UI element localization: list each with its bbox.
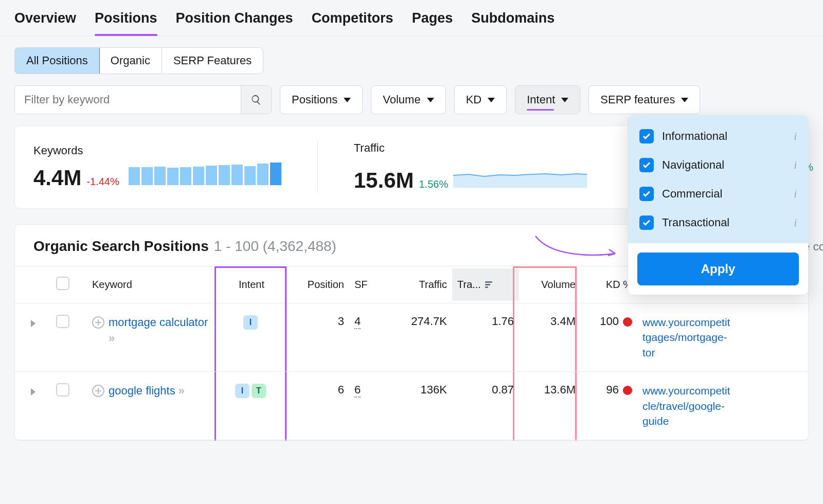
intent-option-informational[interactable]: Informational i [628,122,808,151]
divider [317,141,318,193]
intent-option-label: Transactional [662,216,729,229]
metric-value: 15.6M [354,168,414,193]
checkbox-checked-icon [639,129,654,143]
kd-difficulty-dot [623,386,632,395]
cell-traffic: 136K [380,372,452,408]
annotation-arrow [530,231,623,264]
select-all-checkbox[interactable] [56,277,69,290]
subtab-all-positions[interactable]: All Positions [14,47,100,74]
cell-kd: 96 [581,372,637,408]
intent-badge: I [235,384,249,398]
url-link[interactable]: www.yourcompetittgages/mortgage-tor [637,303,808,371]
cell-volume: 3.4M [519,303,581,339]
apply-button[interactable]: Apply [637,253,799,285]
filter-intent[interactable]: Intent [515,85,580,114]
intent-option-label: Informational [662,130,727,143]
info-icon[interactable]: i [794,131,797,142]
subtab-serp-features[interactable]: SERP Features [162,48,263,74]
intent-option-label: Navigational [662,158,724,172]
keyword-search-combo [14,85,272,114]
keyword-search-input[interactable] [15,86,241,114]
search-button[interactable] [241,86,271,114]
intent-option-navigational[interactable]: Navigational i [628,151,808,179]
cell-traffic: 274.7K [380,303,452,339]
cell-kd: 100 [581,303,637,339]
cell-position: 6 [288,372,349,408]
info-icon[interactable]: i [794,159,797,171]
cell-position: 3 [288,303,349,339]
metric-label: Keywords [33,144,281,157]
primary-tabs: Overview Positions Position Changes Comp… [0,0,823,36]
keyword-link[interactable]: mortgage calculator » [109,315,210,347]
col-position[interactable]: Position [288,268,349,301]
metric-value: 4.4M [33,166,81,190]
checkbox-checked-icon [639,215,654,230]
chevron-down-icon [488,98,495,102]
table-row: mortgage calculator »I34274.7K1.763.4M10… [15,303,808,372]
intent-option-commercial[interactable]: Commercial i [628,179,808,208]
tab-pages[interactable]: Pages [412,10,453,35]
filter-volume[interactable]: Volume [371,85,445,114]
search-icon [251,94,262,105]
col-traffic-pct[interactable]: Tra... [452,268,519,301]
metric-delta: 1.56% [419,178,448,190]
metric-delta: -1.44% [86,176,119,188]
filter-bar: Positions Volume KD Intent SERP features… [0,74,823,125]
expand-row-icon[interactable] [31,320,35,327]
filter-positions[interactable]: Positions [280,85,363,114]
filter-serp-features[interactable]: SERP features [588,85,700,114]
open-icon: » [178,384,183,397]
tab-subdomains[interactable]: Subdomains [471,10,554,35]
chevron-down-icon [344,98,351,102]
cell-volume: 13.6M [519,372,581,408]
tab-position-changes[interactable]: Position Changes [176,10,293,35]
table-row: google flights »IT66136K0.8713.6M96www.y… [15,372,808,440]
kd-difficulty-dot [623,317,632,327]
filter-kd[interactable]: KD [454,85,507,114]
metric-keywords: Keywords 4.4M -1.44% [33,144,281,190]
col-traffic[interactable]: Traffic [380,268,452,301]
keyword-link[interactable]: google flights » [109,383,183,399]
intent-badge: I [243,315,258,330]
cell-traffic-pct: 1.76 [452,303,519,339]
intent-option-transactional[interactable]: Transactional i [628,208,808,237]
intent-badge: T [252,384,266,398]
chevron-down-icon [427,98,434,102]
tab-competitors[interactable]: Competitors [312,10,393,35]
intent-option-label: Commercial [662,187,722,201]
checkbox-checked-icon [639,187,654,201]
url-link[interactable]: www.yourcompetitcle/travel/google-guide [637,372,808,440]
add-keyword-icon[interactable] [92,385,104,397]
tab-overview[interactable]: Overview [14,10,76,35]
row-checkbox[interactable] [56,383,69,397]
keywords-sparkline-bars [129,163,281,185]
table-range: 1 - 100 (4,362,488) [214,238,336,255]
table-title: Organic Search Positions [33,238,209,255]
add-keyword-icon[interactable] [92,316,104,329]
cell-traffic-pct: 0.87 [452,372,519,408]
col-keyword[interactable]: Keyword [87,268,216,301]
open-icon: » [109,332,113,345]
cell-sf: 6 [349,372,380,408]
traffic-sparkline-area [453,160,587,188]
sort-desc-icon [485,281,492,288]
intent-dropdown-panel: Informational i Navigational i Commercia… [628,115,809,295]
cell-sf: 4 [349,303,380,339]
chevron-down-icon [561,98,568,102]
col-intent[interactable]: Intent [216,268,288,301]
expand-row-icon[interactable] [31,388,35,395]
checkbox-checked-icon [639,158,654,172]
col-sf[interactable]: SF [349,268,380,301]
row-checkbox[interactable] [56,315,69,328]
metric-traffic: Traffic 15.6M 1.56% [354,141,587,193]
position-type-tabs: All Positions Organic SERP Features [14,47,263,74]
tab-positions[interactable]: Positions [95,10,157,35]
col-volume[interactable]: Volume [519,268,581,301]
subtab-organic[interactable]: Organic [99,48,162,74]
chevron-down-icon [681,98,688,102]
info-icon[interactable]: i [794,217,797,229]
metric-label: Traffic [354,141,587,155]
info-icon[interactable]: i [794,188,797,200]
